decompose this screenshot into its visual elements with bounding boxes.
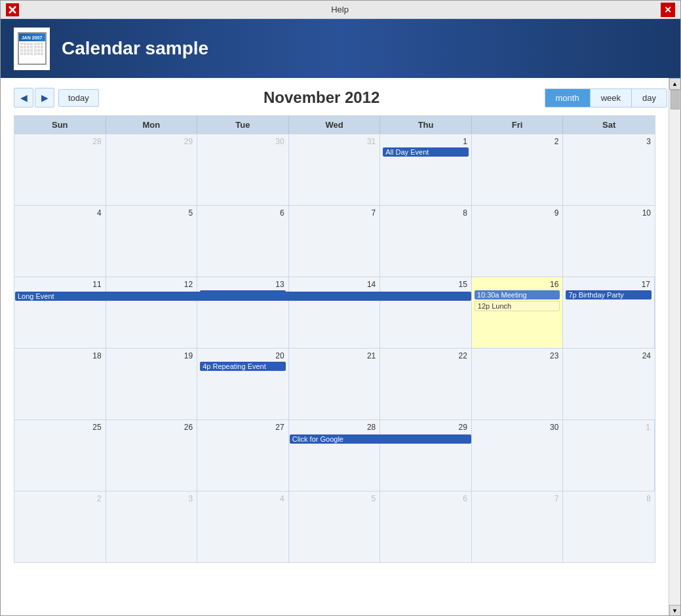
calendar-week: 2 3 4 5 6 7 8 [14, 491, 655, 562]
app-logo [6, 3, 19, 16]
calendar-cell[interactable]: 5 [106, 206, 198, 277]
icon-month-label: JAN 2007 [19, 33, 45, 41]
calendar-cell[interactable]: 7 [289, 206, 381, 277]
next-button[interactable]: ▶ [35, 88, 54, 107]
calendar-week: 28 29 30 31 1 All Day Event 2 3 [14, 134, 655, 205]
event-long[interactable]: Long Event [14, 292, 472, 301]
title-bar-text: Help [19, 5, 661, 14]
prev-button[interactable]: ◀ [14, 88, 33, 107]
calendar-cell[interactable]: 30 [197, 134, 289, 205]
header-icon: JAN 2007 [14, 28, 50, 70]
calendar-cell[interactable]: 30 [472, 420, 564, 491]
calendar-cell[interactable]: 28 [14, 134, 106, 205]
title-bar: Help ✕ [1, 1, 680, 19]
close-button[interactable]: ✕ [661, 3, 675, 17]
calendar-cell[interactable]: 15 [380, 277, 472, 348]
calendar-cell[interactable]: 9 [472, 206, 564, 277]
day-header-wed: Wed [289, 116, 381, 134]
calendar-controls: ◀ ▶ today November 2012 month week day [14, 88, 667, 107]
calendar-cell[interactable]: 1 [563, 420, 655, 491]
nav-buttons: ◀ ▶ today [14, 88, 99, 107]
event-birthday[interactable]: 7p Birthday Party [566, 290, 652, 299]
scrollbar-track [669, 90, 680, 605]
calendar-cell[interactable]: 10 [563, 206, 655, 277]
calendar-cell[interactable]: 2 [472, 134, 564, 205]
scrollbar: ▲ ▼ [669, 78, 680, 616]
calendar-cell[interactable]: 3 [563, 134, 655, 205]
calendar-cell[interactable]: 8 [380, 206, 472, 277]
day-header-thu: Thu [380, 116, 472, 134]
scrollbar-thumb[interactable] [671, 90, 680, 109]
main-content: ◀ ▶ today November 2012 month week day S… [1, 78, 680, 616]
day-header-fri: Fri [472, 116, 564, 134]
calendar-cell[interactable]: 25 [14, 420, 106, 491]
event-repeating-2[interactable]: 4p Repeating Event [200, 362, 286, 371]
calendar-cell[interactable]: 4 [197, 491, 289, 562]
day-header-mon: Mon [106, 116, 198, 134]
app-header: JAN 2007 Calendar sample [1, 19, 680, 78]
day-header-tue: Tue [197, 116, 289, 134]
calendar-cell[interactable]: 26 [106, 420, 198, 491]
calendar-cell[interactable]: 18 [14, 349, 106, 419]
calendar-cell[interactable]: 23 [472, 349, 564, 419]
calendar-cell[interactable]: 6 [380, 491, 472, 562]
calendar-cell[interactable]: 14 [289, 277, 381, 348]
calendar-cell[interactable]: 6 [197, 206, 289, 277]
view-week-button[interactable]: week [591, 89, 632, 107]
event-all-day[interactable]: All Day Event [383, 147, 469, 157]
calendar-cell-today[interactable]: 16 10:30a Meeting 12p Lunch [472, 277, 564, 348]
calendar-cell[interactable]: 27 [197, 420, 289, 491]
calendar-month-title: November 2012 [263, 88, 379, 107]
scrollbar-up[interactable]: ▲ [669, 78, 681, 90]
calendar-cell[interactable]: 28 [289, 420, 381, 491]
calendar-header-row: Sun Mon Tue Wed Thu Fri Sat [14, 116, 655, 134]
event-meeting[interactable]: 10:30a Meeting [475, 290, 560, 299]
calendar-week: 25 26 27 28 29 30 1 Click for Google [14, 419, 655, 491]
calendar-cell[interactable]: 12 [106, 277, 198, 348]
calendar-cell[interactable]: 4 [14, 206, 106, 277]
calendar-cell[interactable]: 19 [106, 349, 198, 419]
calendar-cell[interactable]: 1 All Day Event [380, 134, 472, 205]
calendar-cell[interactable]: 17 7p Birthday Party [563, 277, 655, 348]
calendar-grid: Sun Mon Tue Wed Thu Fri Sat 28 29 30 31 … [14, 115, 655, 563]
calendar-cell[interactable]: 29 [380, 420, 472, 491]
day-header-sun: Sun [14, 116, 106, 134]
event-lunch[interactable]: 12p Lunch [475, 301, 560, 311]
event-google[interactable]: Click for Google [289, 434, 472, 444]
calendar-cell[interactable]: 5 [289, 491, 381, 562]
calendar-cell[interactable]: 7 [472, 491, 564, 562]
calendar-cell[interactable]: 2 [14, 491, 106, 562]
app-title: Calendar sample [62, 38, 208, 59]
day-header-sat: Sat [563, 116, 655, 134]
view-day-button[interactable]: day [632, 89, 667, 107]
calendar-cell[interactable]: 31 [289, 134, 381, 205]
calendar-week: 11 12 13 4p Repeating Event 14 15 16 10:… [14, 277, 655, 348]
view-buttons: month week day [545, 88, 667, 107]
calendar-cell[interactable]: 20 4p Repeating Event [197, 349, 289, 419]
calendar-cell[interactable]: 24 [563, 349, 655, 419]
calendar-cell[interactable]: 13 4p Repeating Event [197, 277, 289, 348]
view-month-button[interactable]: month [545, 89, 591, 107]
calendar-week: 18 19 20 4p Repeating Event 21 22 23 24 [14, 348, 655, 419]
calendar-cell[interactable]: 8 [563, 491, 655, 562]
scrollbar-down[interactable]: ▼ [669, 605, 681, 616]
calendar-cell[interactable]: 21 [289, 349, 381, 419]
calendar-cell[interactable]: 3 [106, 491, 198, 562]
calendar-week: 4 5 6 7 8 9 10 [14, 205, 655, 277]
calendar-cell[interactable]: 22 [380, 349, 472, 419]
calendar-cell[interactable]: 29 [106, 134, 198, 205]
calendar-cell[interactable]: 11 [14, 277, 106, 348]
today-button[interactable]: today [58, 89, 99, 107]
